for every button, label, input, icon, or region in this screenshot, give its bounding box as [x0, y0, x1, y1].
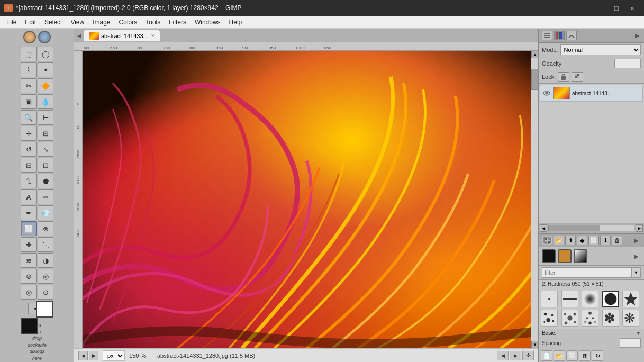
background-color-box[interactable]	[36, 301, 53, 318]
brush-filter-input[interactable]	[542, 267, 631, 278]
pencil-tool[interactable]: ✒	[21, 205, 37, 220]
brush-accent-swatch[interactable]	[558, 249, 572, 263]
scroll-down-button[interactable]: ▼	[531, 341, 538, 348]
layer-nav-right[interactable]: ▶	[636, 224, 643, 232]
measure-tool[interactable]: ⊢	[38, 110, 53, 125]
perspective-tool[interactable]: ⊡	[38, 158, 53, 173]
desaturate-tool[interactable]: ⊘	[21, 269, 37, 284]
text-tool[interactable]: A	[21, 189, 37, 204]
brush-splatter4[interactable]: ✽	[602, 310, 619, 327]
maximize-button[interactable]: □	[609, 2, 624, 14]
brush-fg-swatch[interactable]	[542, 249, 556, 263]
brush-expand-arrow[interactable]: ▶	[634, 254, 641, 259]
paths-tab-icon[interactable]	[566, 31, 577, 40]
brush-duplicate-button[interactable]: ⬜	[566, 350, 578, 361]
dodge-burn-tool[interactable]: ◑	[38, 253, 53, 268]
scroll-up-button[interactable]: ▲	[531, 51, 538, 58]
layer-scroll-thumb[interactable]	[548, 225, 600, 231]
scissors-tool[interactable]: ✂	[21, 78, 37, 93]
brush-filter-dropdown[interactable]: ▼	[631, 267, 641, 278]
layer-nav-left[interactable]: ◀	[540, 224, 547, 232]
status-nav-left[interactable]: ◀	[497, 351, 509, 360]
opacity-input[interactable]: 100.0	[614, 59, 641, 68]
brush-panel-expand[interactable]: ▶	[634, 238, 641, 243]
tab-close-button[interactable]: ×	[151, 33, 155, 39]
menu-item-colors[interactable]: Colors	[115, 17, 142, 27]
eraser-tool[interactable]: ⬜	[21, 221, 37, 236]
color-picker-tool[interactable]: 💧	[38, 94, 53, 109]
fg-select-tool[interactable]: 🔶	[38, 78, 53, 93]
status-nav-right[interactable]: ▶	[510, 351, 521, 360]
layers-tab-icon[interactable]	[542, 31, 552, 40]
flip-tool[interactable]: ⇅	[21, 174, 37, 188]
menu-item-image[interactable]: Image	[88, 17, 114, 27]
brush-open-button[interactable]: 📂	[554, 350, 565, 361]
clone-tool[interactable]: ⊗	[38, 221, 53, 236]
brush-action2[interactable]: ◆	[577, 236, 587, 245]
shear-tool[interactable]: ⊟	[21, 158, 37, 173]
close-button[interactable]: ×	[625, 2, 640, 14]
menu-item-tools[interactable]: Tools	[141, 17, 165, 27]
menu-item-help[interactable]: Help	[225, 17, 247, 27]
extra-tool4[interactable]: ⊙	[38, 285, 53, 300]
brush-delete-button[interactable]: 🗑	[612, 236, 622, 245]
brush-dot[interactable]	[541, 291, 558, 307]
canvas-tab-active[interactable]: abstract-141433... ×	[84, 30, 160, 41]
heal-tool[interactable]: ✚	[21, 237, 37, 252]
hue-sat-tool[interactable]: ◎	[21, 285, 37, 300]
brush-splatter5[interactable]: ❋	[622, 310, 639, 327]
vertical-scrollbar[interactable]: ▲ ▼	[531, 51, 538, 348]
brush-hard-circle[interactable]	[602, 291, 619, 307]
fuzzy-select-tool[interactable]: ✦	[38, 62, 53, 77]
brush-new-button[interactable]: 📄	[541, 350, 552, 361]
brush-star[interactable]	[622, 291, 639, 307]
new-brush-button[interactable]	[542, 236, 552, 245]
brush-delete-action-button[interactable]: 🗑	[579, 350, 591, 361]
color-balance-tool[interactable]: ◎	[38, 269, 53, 284]
ellipse-select-tool[interactable]: ◯	[38, 47, 53, 61]
scroll-thumb[interactable]	[531, 69, 538, 90]
lock-alpha-button[interactable]	[572, 72, 583, 82]
brush-refresh-button[interactable]: ↻	[592, 350, 603, 361]
perspective-clone-tool[interactable]: ⋱	[38, 237, 53, 252]
status-crosshair[interactable]: ✛	[522, 351, 534, 360]
menu-item-view[interactable]: View	[66, 17, 88, 27]
menu-item-filters[interactable]: Filters	[165, 17, 191, 27]
status-left-arrow[interactable]: ◀	[78, 351, 88, 360]
brush-splatter2[interactable]	[561, 310, 578, 327]
open-brush-button[interactable]: 📂	[554, 236, 564, 245]
brush-splatter1[interactable]	[541, 310, 558, 327]
layer-visibility-toggle[interactable]	[542, 89, 551, 97]
brush-action3[interactable]: ⬜	[588, 236, 599, 245]
smudge-tool[interactable]: ≋	[21, 253, 37, 268]
lasso-tool[interactable]: ⌇	[21, 62, 37, 77]
rotate-tool[interactable]: ↺	[21, 142, 37, 157]
spacing-input[interactable]: 10.0	[620, 338, 641, 348]
paint-bucket-tool[interactable]: ▣	[21, 94, 37, 109]
panel-expand-icon[interactable]: ▶	[633, 32, 641, 39]
tab-left-arrow[interactable]: ◀	[76, 32, 83, 39]
channels-tab-icon[interactable]	[554, 31, 565, 40]
menu-item-file[interactable]: File	[2, 17, 21, 27]
rectangle-select-tool[interactable]: ⬚	[21, 47, 37, 61]
brush-action1[interactable]: ⬆	[565, 236, 576, 245]
layer-item-0[interactable]: abstract-14143...	[540, 85, 643, 102]
foreground-color-box[interactable]	[21, 318, 38, 334]
category-arrow[interactable]: ▼	[633, 331, 641, 336]
airbrush-tool[interactable]: 💨	[38, 205, 53, 220]
menu-item-select[interactable]: Select	[40, 17, 66, 27]
brush-splatter3[interactable]	[582, 310, 598, 327]
brush-bar[interactable]	[561, 291, 578, 307]
status-right-arrow[interactable]: ▶	[89, 351, 98, 360]
menu-item-windows[interactable]: Windows	[191, 17, 225, 27]
blend-mode-select[interactable]: Normal Multiply Screen Overlay	[560, 44, 641, 55]
brush-bg-swatch[interactable]	[574, 249, 587, 263]
unit-selector[interactable]: px % in	[103, 350, 125, 361]
path-tool[interactable]: ✏	[38, 189, 53, 204]
align-tool[interactable]: ⊞	[38, 126, 53, 141]
cage-tool[interactable]: ⬟	[38, 174, 53, 188]
move-tool[interactable]: ✛	[21, 126, 37, 141]
brush-soft-circle[interactable]	[582, 291, 598, 307]
scale-tool[interactable]: ⤡	[38, 142, 53, 157]
minimize-button[interactable]: −	[593, 2, 608, 14]
